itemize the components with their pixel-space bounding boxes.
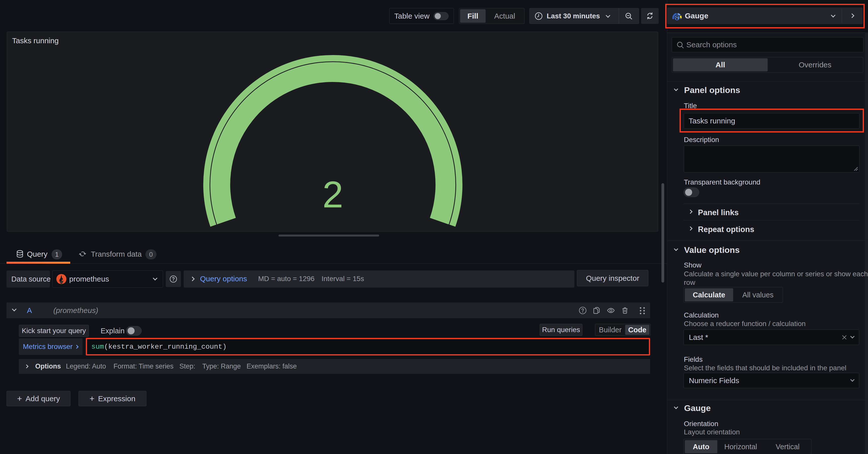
svg-text:79: 79 bbox=[675, 16, 679, 20]
svg-text:2: 2 bbox=[322, 173, 343, 216]
